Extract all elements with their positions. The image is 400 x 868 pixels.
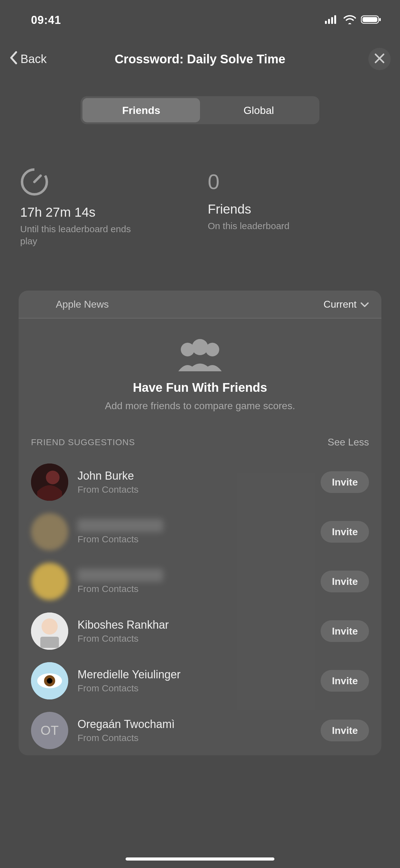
suggestion-source: From Contacts	[77, 733, 311, 743]
suggestion-name: Redacted Name	[77, 519, 163, 532]
stat-friends-count: 0 Friends On this leaderboard	[208, 168, 380, 247]
close-icon	[374, 53, 385, 65]
people-icon	[166, 337, 234, 371]
status-time: 09:41	[31, 14, 61, 27]
suggestion-text: Meredielle YeiulingerFrom Contacts	[77, 668, 311, 693]
suggestion-row: Redacted NameFrom ContactsInvite	[31, 507, 369, 557]
suggestion-text: Kiboshes RankharFrom Contacts	[77, 618, 311, 644]
chevron-down-icon	[360, 299, 369, 310]
suggestions-title: FRIEND SUGGESTIONS	[31, 437, 135, 447]
svg-rect-3	[334, 15, 336, 24]
stat-time-remaining: 17h 27m 14s Until this leaderboard ends …	[20, 168, 192, 247]
home-indicator[interactable]	[126, 858, 274, 861]
suggestion-row: Redacted NameFrom ContactsInvite	[31, 557, 369, 606]
suggestion-text: Redacted NameFrom Contacts	[77, 569, 311, 594]
see-less-button[interactable]: See Less	[328, 436, 369, 448]
empty-subtitle: Add more friends to compare game scores.	[31, 400, 369, 412]
svg-rect-15	[40, 637, 59, 648]
svg-rect-0	[325, 21, 327, 24]
segment-friends[interactable]: Friends	[82, 98, 200, 122]
invite-button[interactable]: Invite	[321, 620, 369, 642]
timer-icon	[20, 168, 192, 199]
status-bar: 09:41	[0, 0, 400, 40]
chevron-left-icon	[9, 51, 18, 67]
wifi-icon	[343, 15, 356, 26]
leaderboard-scope-segmented: Friends Global	[80, 96, 320, 124]
battery-icon	[361, 15, 381, 26]
back-button[interactable]: Back	[9, 51, 46, 67]
page-title: Crossword: Daily Solve Time	[115, 52, 286, 66]
avatar	[31, 613, 68, 650]
svg-rect-2	[331, 17, 333, 24]
avatar	[31, 513, 68, 550]
cellular-icon	[325, 15, 339, 25]
suggestion-row: John BurkeFrom ContactsInvite	[31, 457, 369, 507]
svg-point-12	[46, 471, 60, 484]
period-selector[interactable]: Current	[324, 299, 369, 310]
stats-row: 17h 27m 14s Until this leaderboard ends …	[0, 124, 400, 247]
avatar	[31, 563, 68, 600]
leaderboard-panel: Apple News Current Have Fun With Friends…	[19, 290, 381, 755]
suggestions-header: FRIEND SUGGESTIONS See Less	[19, 436, 381, 457]
suggestion-name: Meredielle Yeiulinger	[77, 668, 311, 681]
suggestion-name: Kiboshes Rankhar	[77, 618, 311, 631]
friends-count-sub: On this leaderboard	[208, 220, 332, 232]
svg-point-14	[41, 618, 58, 634]
friends-count-label: Friends	[208, 202, 380, 217]
suggestion-source: From Contacts	[77, 584, 311, 594]
suggestion-name: John Burke	[77, 469, 311, 483]
suggestion-row: Meredielle YeiulingerFrom ContactsInvite	[31, 656, 369, 706]
suggestion-name: Redacted Name	[77, 569, 163, 582]
time-remaining-value: 17h 27m 14s	[20, 205, 192, 220]
suggestion-source: From Contacts	[77, 683, 311, 693]
close-button[interactable]	[368, 48, 391, 70]
avatar	[31, 464, 68, 501]
suggestion-text: Oregaán TwochamìFrom Contacts	[77, 718, 311, 743]
svg-rect-6	[379, 18, 381, 21]
svg-point-10	[206, 343, 219, 356]
suggestion-text: John BurkeFrom Contacts	[77, 469, 311, 495]
svg-point-9	[192, 339, 208, 355]
period-label: Current	[324, 299, 357, 310]
invite-button[interactable]: Invite	[321, 670, 369, 692]
invite-button[interactable]: Invite	[321, 570, 369, 592]
back-label: Back	[21, 53, 46, 66]
panel-app-name: Apple News	[31, 299, 109, 310]
suggestion-row: Kiboshes RankharFrom ContactsInvite	[31, 606, 369, 656]
empty-title: Have Fun With Friends	[31, 381, 369, 395]
suggestion-source: From Contacts	[77, 484, 311, 495]
panel-header: Apple News Current	[19, 290, 381, 318]
time-remaining-sub: Until this leaderboard ends play	[20, 223, 144, 247]
empty-state: Have Fun With Friends Add more friends t…	[19, 318, 381, 436]
friends-count-value: 0	[208, 168, 380, 195]
suggestions-list: John BurkeFrom ContactsInviteRedacted Na…	[19, 457, 381, 755]
status-icons	[325, 15, 381, 26]
invite-button[interactable]: Invite	[321, 471, 369, 493]
svg-rect-5	[363, 17, 377, 22]
suggestion-row: OTOregaán TwochamìFrom ContactsInvite	[31, 706, 369, 755]
invite-button[interactable]: Invite	[321, 720, 369, 741]
svg-rect-1	[328, 19, 330, 24]
nav-bar: Back Crossword: Daily Solve Time	[0, 40, 400, 78]
segment-global[interactable]: Global	[200, 98, 318, 122]
suggestion-name: Oregaán Twochamì	[77, 718, 311, 731]
suggestion-source: From Contacts	[77, 534, 311, 545]
avatar: OT	[31, 712, 68, 749]
svg-point-19	[47, 678, 53, 684]
avatar	[31, 662, 68, 700]
invite-button[interactable]: Invite	[321, 521, 369, 542]
suggestion-source: From Contacts	[77, 633, 311, 644]
suggestion-text: Redacted NameFrom Contacts	[77, 519, 311, 545]
